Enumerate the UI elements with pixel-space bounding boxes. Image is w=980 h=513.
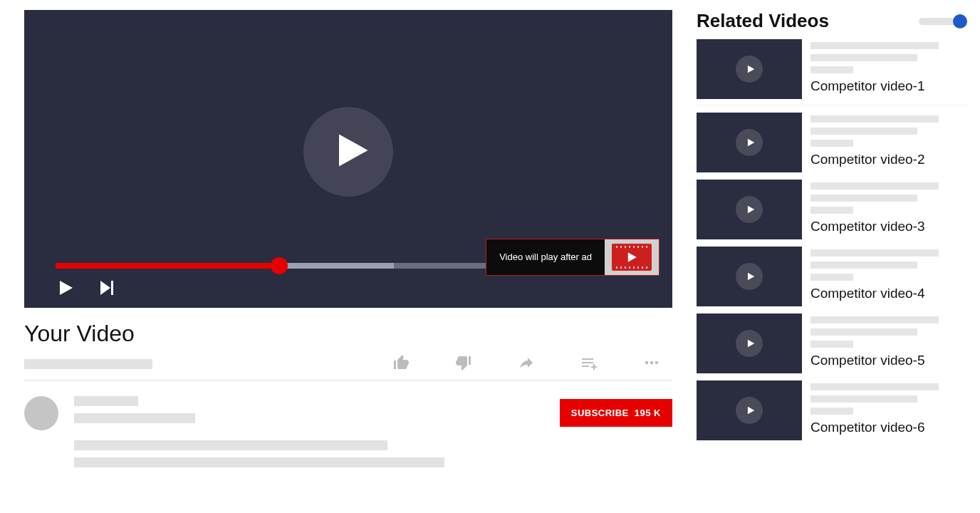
svg-point-2	[650, 361, 654, 365]
related-video-item[interactable]: Competitor video-2	[697, 113, 967, 175]
video-thumbnail[interactable]	[697, 180, 802, 239]
related-video-item[interactable]: Competitor video-4	[697, 247, 967, 309]
share-button[interactable]	[516, 354, 537, 374]
next-icon	[98, 279, 115, 299]
related-caption: Competitor video-6	[810, 420, 967, 435]
dislike-button[interactable]	[453, 354, 474, 374]
thumbnail-play-icon	[736, 263, 763, 290]
autoplay-toggle[interactable]	[919, 14, 967, 28]
related-caption: Competitor video-5	[810, 353, 967, 368]
svg-rect-0	[111, 281, 113, 295]
description-placeholder	[74, 440, 387, 450]
related-title-placeholder	[810, 249, 939, 256]
video-thumbnail[interactable]	[697, 314, 802, 373]
save-button[interactable]	[578, 354, 600, 374]
video-thumbnail[interactable]	[697, 39, 802, 99]
play-button[interactable]	[56, 279, 75, 299]
related-meta-placeholder	[810, 207, 853, 214]
related-meta-placeholder	[810, 66, 853, 73]
playlist-add-icon	[578, 361, 600, 373]
toggle-knob	[953, 14, 967, 28]
related-title-placeholder	[810, 182, 939, 190]
thumbnail-play-icon	[736, 129, 763, 156]
play-progress	[56, 263, 279, 269]
video-thumbnail[interactable]	[697, 247, 802, 306]
subscriber-count: 195 K	[635, 408, 661, 418]
big-play-button[interactable]	[303, 107, 393, 197]
related-title-placeholder	[810, 316, 939, 323]
description-placeholder	[74, 457, 444, 467]
svg-point-3	[655, 361, 659, 365]
video-player: Video will play after ad	[24, 10, 672, 308]
related-meta-placeholder	[810, 140, 853, 147]
ad-message: Video will play after ad	[486, 239, 605, 275]
ad-overlay: Video will play after ad	[486, 239, 660, 276]
more-horizontal-icon	[641, 361, 662, 373]
share-icon	[516, 361, 537, 373]
related-meta-placeholder	[810, 395, 917, 403]
related-title-placeholder	[810, 42, 939, 49]
related-video-item[interactable]: Competitor video-1	[697, 39, 967, 105]
related-caption: Competitor video-2	[810, 152, 967, 167]
thumbs-down-icon	[453, 361, 474, 373]
skip-ad-button[interactable]	[605, 239, 659, 275]
channel-name-placeholder	[74, 396, 138, 406]
video-title: Your Video	[24, 321, 672, 347]
related-meta-placeholder	[810, 128, 917, 135]
thumbnail-play-icon	[736, 196, 763, 223]
subscribe-label: SUBSCRIBE	[571, 408, 629, 418]
view-count-placeholder	[24, 359, 152, 369]
related-videos-header: Related Videos	[697, 10, 829, 32]
thumbs-up-icon	[390, 361, 412, 373]
related-caption: Competitor video-3	[810, 219, 967, 234]
video-thumbnail[interactable]	[697, 113, 802, 172]
related-meta-placeholder	[810, 328, 917, 336]
more-button[interactable]	[641, 354, 662, 374]
related-meta-placeholder	[810, 195, 917, 202]
thumbnail-play-icon	[736, 56, 763, 83]
related-meta-placeholder	[810, 54, 917, 61]
related-meta-placeholder	[810, 341, 853, 348]
svg-point-1	[645, 361, 649, 365]
play-icon	[57, 279, 74, 299]
subscribe-button[interactable]: SUBSCRIBE 195 K	[560, 399, 672, 427]
channel-meta-placeholder	[74, 413, 195, 423]
channel-avatar[interactable]	[24, 396, 58, 430]
related-video-item[interactable]: Competitor video-3	[697, 180, 967, 242]
related-meta-placeholder	[810, 408, 853, 415]
video-thumbnail[interactable]	[697, 380, 802, 440]
play-icon	[325, 131, 371, 172]
related-title-placeholder	[810, 115, 939, 123]
like-button[interactable]	[390, 354, 412, 374]
related-meta-placeholder	[810, 274, 853, 281]
related-meta-placeholder	[810, 261, 917, 269]
related-caption: Competitor video-4	[810, 286, 967, 301]
related-video-item[interactable]: Competitor video-5	[697, 314, 967, 376]
thumbnail-play-icon	[736, 397, 763, 424]
next-button[interactable]	[97, 279, 117, 299]
related-title-placeholder	[810, 383, 939, 390]
film-reel-icon	[612, 244, 652, 271]
thumbnail-play-icon	[736, 330, 763, 357]
related-video-item[interactable]: Competitor video-6	[697, 380, 967, 443]
progress-knob[interactable]	[271, 257, 288, 274]
related-caption: Competitor video-1	[810, 78, 967, 94]
